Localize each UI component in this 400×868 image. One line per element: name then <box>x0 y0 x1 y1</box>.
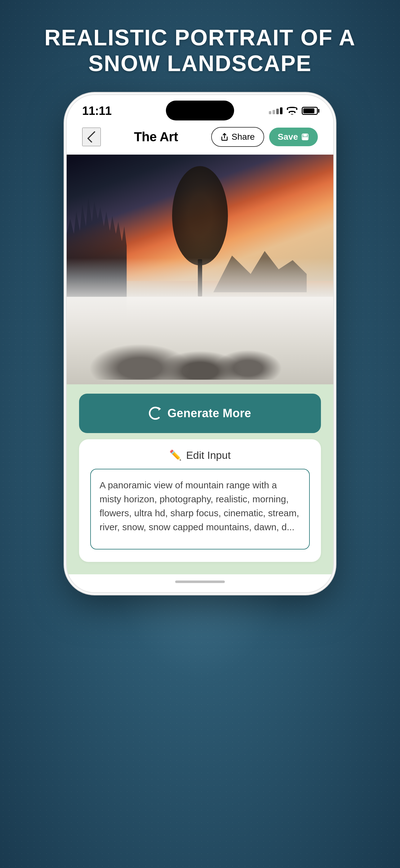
edit-input-header: ✏️ Edit Input <box>90 449 310 461</box>
save-label: Save <box>278 132 298 142</box>
nav-actions: Share Save <box>211 127 318 147</box>
prompt-textarea[interactable]: A panoramic view of mountain range with … <box>90 469 310 550</box>
art-image <box>67 155 333 384</box>
share-icon <box>221 133 229 141</box>
phone-frame: 11:11 The Art <box>67 95 333 685</box>
nav-title: The Art <box>134 129 178 144</box>
svg-rect-3 <box>303 137 307 140</box>
save-button[interactable]: Save <box>269 128 318 146</box>
status-icons <box>269 107 318 115</box>
home-indicator <box>67 574 333 592</box>
dynamic-island <box>166 101 234 120</box>
status-time: 11:11 <box>82 104 112 118</box>
back-button[interactable] <box>82 128 101 146</box>
pencil-icon: ✏️ <box>169 449 182 461</box>
share-label: Share <box>232 132 255 142</box>
signal-icon <box>269 107 282 114</box>
bottom-panel: Generate More ✏️ Edit Input A panoramic … <box>67 384 333 574</box>
nav-bar: The Art Share Save <box>67 121 333 155</box>
generate-more-button[interactable]: Generate More <box>79 394 321 433</box>
svg-rect-2 <box>304 134 307 136</box>
refresh-icon <box>149 407 162 420</box>
battery-icon <box>302 107 318 115</box>
page-title: REALISTIC PORTRAIT OF ASNOW LANDSCAPE <box>20 25 380 76</box>
home-bar <box>175 581 225 583</box>
save-icon <box>301 133 309 141</box>
snow-rocks <box>80 322 320 380</box>
share-button[interactable]: Share <box>211 127 264 147</box>
generate-more-label: Generate More <box>167 407 251 420</box>
edit-input-title: Edit Input <box>186 449 231 461</box>
wifi-icon <box>287 107 297 115</box>
back-chevron-icon <box>87 131 99 143</box>
status-bar: 11:11 <box>67 95 333 121</box>
edit-input-card: ✏️ Edit Input A panoramic view of mounta… <box>79 439 321 562</box>
tree-canopy <box>172 166 228 266</box>
